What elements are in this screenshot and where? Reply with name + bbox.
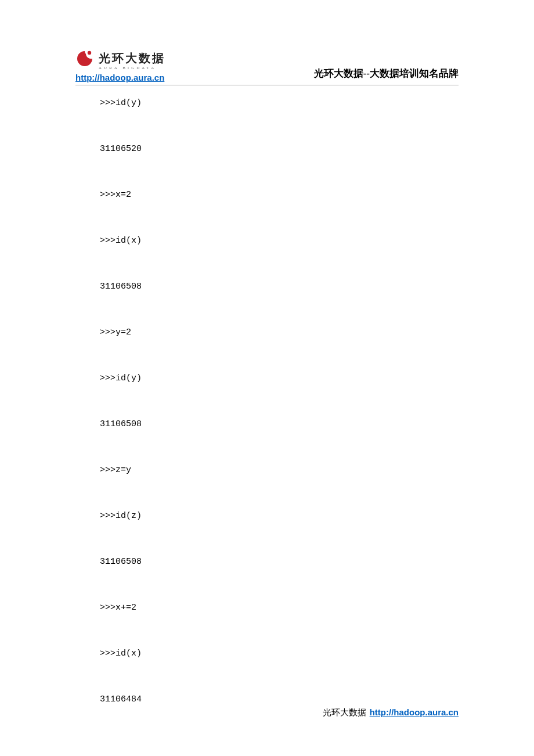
code-line: 31106520: [100, 143, 459, 155]
footer-text: 光环大数据: [323, 707, 366, 718]
header-link[interactable]: http://hadoop.aura.cn: [75, 73, 164, 82]
logo-text-cn: 光环大数据: [99, 51, 165, 66]
logo-text-en: AURA BIGDATA: [99, 66, 156, 70]
code-line: >>>x+=2: [100, 602, 459, 614]
code-content: >>>id(y) 31106520 >>>x=2 >>>id(x) 311065…: [75, 96, 459, 705]
aura-swirl-icon: [75, 49, 94, 67]
code-line: 31106508: [100, 280, 459, 293]
code-line: >>>y=2: [100, 326, 459, 339]
code-line: >>>id(z): [100, 510, 459, 522]
code-line: 31106508: [100, 418, 459, 430]
code-line: >>>x=2: [100, 189, 459, 201]
logo-block: 光环大数据 AURA BIGDATA http://hadoop.aura.cn: [75, 49, 165, 82]
svg-point-0: [88, 51, 91, 55]
page-footer: 光环大数据 http://hadoop.aura.cn: [323, 707, 459, 718]
document-page: 光环大数据 AURA BIGDATA http://hadoop.aura.cn…: [0, 0, 534, 756]
page-header: 光环大数据 AURA BIGDATA http://hadoop.aura.cn…: [75, 49, 459, 85]
code-line: >>>id(y): [100, 372, 459, 384]
code-line: >>>id(x): [100, 235, 459, 247]
code-line: 31106484: [100, 693, 459, 705]
logo-row: 光环大数据: [75, 49, 165, 67]
header-brand-text: 光环大数据--大数据培训知名品牌: [314, 67, 459, 82]
code-line: >>>z=y: [100, 464, 459, 476]
code-line: >>>id(x): [100, 647, 459, 660]
footer-link[interactable]: http://hadoop.aura.cn: [370, 707, 459, 717]
code-line: >>>id(y): [100, 97, 459, 109]
code-line: 31106508: [100, 556, 459, 568]
